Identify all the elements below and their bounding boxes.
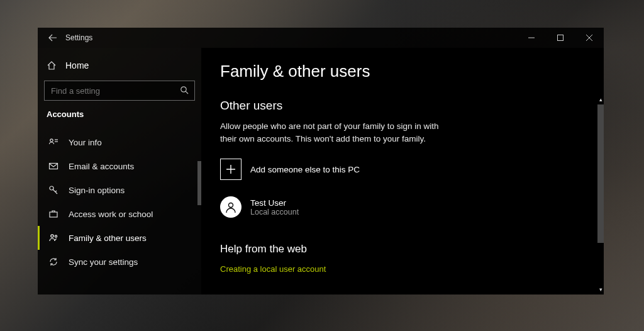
back-button[interactable]	[44, 29, 62, 47]
user-info: Test User Local account	[250, 198, 299, 216]
scroll-down-arrow[interactable]: ▾	[598, 287, 603, 292]
sidebar-item-label: Sign-in options	[69, 186, 125, 195]
maximize-icon	[557, 35, 564, 41]
sidebar-item-email[interactable]: Email & accounts	[38, 154, 201, 178]
close-icon	[586, 35, 592, 41]
home-label: Home	[65, 60, 89, 70]
window-body: Home Accounts Your info	[38, 48, 604, 295]
people-icon	[48, 233, 58, 243]
search-wrap	[44, 81, 195, 101]
sidebar-item-signin[interactable]: Sign-in options	[38, 178, 201, 202]
person-icon	[224, 200, 238, 214]
person-card-icon	[48, 137, 58, 147]
svg-rect-1	[558, 35, 564, 41]
main-scrollbar[interactable]	[597, 104, 604, 243]
sidebar-item-family[interactable]: Family & other users	[38, 226, 201, 250]
main-content: Family & other users Other users Allow p…	[201, 48, 604, 295]
section-title: Other users	[220, 99, 585, 113]
sidebar: Home Accounts Your info	[38, 48, 201, 295]
svg-point-10	[51, 235, 53, 237]
key-icon	[48, 185, 58, 195]
sidebar-item-label: Family & other users	[69, 233, 147, 243]
help-link[interactable]: Creating a local user account	[220, 264, 585, 274]
svg-point-11	[55, 235, 57, 237]
user-entry[interactable]: Test User Local account	[220, 196, 585, 218]
add-user-label: Add someone else to this PC	[250, 165, 360, 174]
sidebar-item-your-info[interactable]: Your info	[38, 130, 201, 154]
mail-icon	[48, 161, 58, 171]
add-user-button[interactable]: Add someone else to this PC	[220, 159, 585, 180]
sidebar-item-label: Your info	[69, 138, 102, 147]
scroll-up-arrow[interactable]: ▴	[598, 97, 603, 102]
svg-point-4	[50, 139, 53, 142]
sidebar-item-label: Access work or school	[69, 210, 153, 219]
sidebar-item-label: Email & accounts	[69, 162, 134, 171]
maximize-button[interactable]	[546, 28, 575, 48]
settings-window: Settings Home Accounts	[38, 28, 604, 295]
plus-icon	[220, 159, 242, 180]
close-button[interactable]	[575, 28, 604, 48]
search-input[interactable]	[44, 81, 195, 101]
titlebar: Settings	[38, 28, 604, 48]
sidebar-nav: Your info Email & accounts Sign-in optio…	[38, 130, 201, 274]
briefcase-icon	[48, 209, 58, 219]
user-name: Test User	[250, 198, 299, 208]
page-title: Family & other users	[220, 62, 585, 81]
sidebar-category: Accounts	[38, 109, 201, 130]
avatar	[220, 196, 242, 218]
sidebar-item-work[interactable]: Access work or school	[38, 202, 201, 226]
minimize-button[interactable]	[517, 28, 546, 48]
user-subtitle: Local account	[250, 208, 299, 216]
window-title: Settings	[65, 33, 92, 42]
home-button[interactable]: Home	[38, 55, 201, 76]
sidebar-item-sync[interactable]: Sync your settings	[38, 250, 201, 274]
svg-rect-9	[50, 212, 57, 217]
svg-point-12	[229, 203, 233, 208]
home-icon	[47, 60, 57, 70]
section-description: Allow people who are not part of your fa…	[220, 120, 453, 145]
arrow-left-icon	[48, 33, 57, 42]
sidebar-item-label: Sync your settings	[69, 257, 138, 267]
help-section-title: Help from the web	[220, 243, 585, 255]
minimize-icon	[528, 35, 535, 41]
sync-icon	[48, 257, 58, 267]
